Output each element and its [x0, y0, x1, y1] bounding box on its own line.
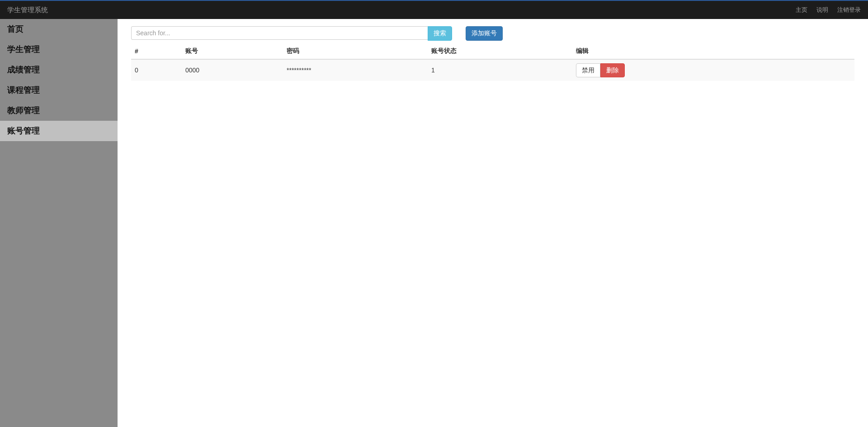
search-group: 搜索: [131, 26, 452, 41]
disable-button[interactable]: 禁用: [576, 63, 600, 78]
toolbar: 搜索 添加账号: [131, 26, 854, 41]
th-edit: 编辑: [572, 43, 854, 59]
action-group: 禁用 删除: [576, 63, 851, 78]
cell-id: 0: [131, 59, 182, 81]
cell-account: 0000: [182, 59, 283, 81]
search-button[interactable]: 搜索: [428, 26, 452, 41]
table-row: 0 0000 ********** 1 禁用 删除: [131, 59, 854, 81]
sidebar-item-account[interactable]: 账号管理: [0, 121, 118, 141]
sidebar-item-grade[interactable]: 成绩管理: [0, 60, 118, 80]
nav-about-link[interactable]: 说明: [816, 6, 828, 14]
search-input[interactable]: [131, 26, 428, 40]
th-status: 账号状态: [428, 43, 572, 59]
sidebar-item-teacher[interactable]: 教师管理: [0, 100, 118, 121]
cell-password: **********: [283, 59, 428, 81]
delete-button[interactable]: 删除: [600, 63, 625, 78]
sidebar-list: 首页 学生管理 成绩管理 课程管理 教师管理 账号管理: [0, 19, 118, 141]
app-brand: 学生管理系统: [7, 6, 48, 14]
sidebar-item-student[interactable]: 学生管理: [0, 39, 118, 60]
th-password: 密码: [283, 43, 428, 59]
main-content: 搜索 添加账号 # 账号 密码 账号状态 编辑 0 0000 *********…: [118, 19, 868, 427]
cell-actions: 禁用 删除: [572, 59, 854, 81]
add-account-button[interactable]: 添加账号: [466, 26, 503, 41]
nav-logout-link[interactable]: 注销登录: [837, 6, 861, 14]
sidebar-item-home[interactable]: 首页: [0, 19, 118, 39]
th-account: 账号: [182, 43, 283, 59]
main-container: 首页 学生管理 成绩管理 课程管理 教师管理 账号管理 搜索 添加账号 # 账号…: [0, 19, 868, 427]
sidebar: 首页 学生管理 成绩管理 课程管理 教师管理 账号管理: [0, 19, 118, 427]
sidebar-item-course[interactable]: 课程管理: [0, 80, 118, 100]
th-id: #: [131, 43, 182, 59]
accounts-table: # 账号 密码 账号状态 编辑 0 0000 ********** 1 禁用: [131, 43, 854, 81]
top-navbar: 学生管理系统 主页 说明 注销登录: [0, 0, 868, 19]
nav-home-link[interactable]: 主页: [796, 6, 807, 14]
top-nav-right: 主页 说明 注销登录: [796, 6, 861, 14]
table-header-row: # 账号 密码 账号状态 编辑: [131, 43, 854, 59]
cell-status: 1: [428, 59, 572, 81]
